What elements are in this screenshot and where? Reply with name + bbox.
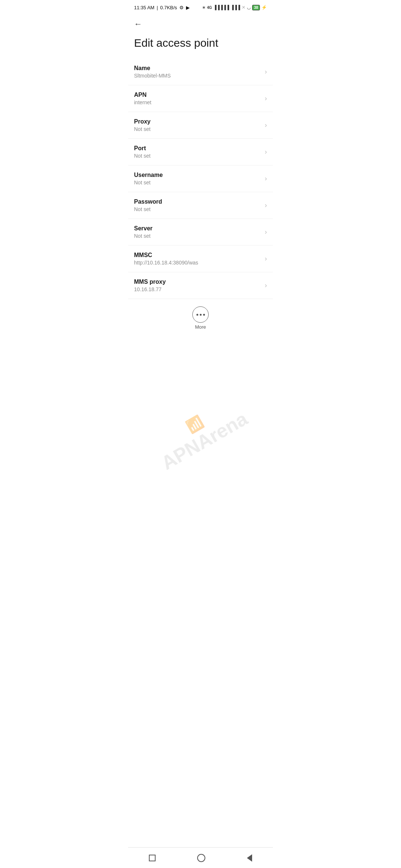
settings-item-label: Server bbox=[134, 225, 262, 232]
settings-item-value: Not set bbox=[134, 233, 262, 239]
bluetooth-icon: ∗ bbox=[202, 5, 206, 10]
settings-item-name[interactable]: Name Sltmobitel-MMS › bbox=[128, 59, 273, 85]
chevron-right-icon: › bbox=[265, 201, 267, 209]
settings-item-username[interactable]: Username Not set › bbox=[128, 165, 273, 192]
signal-4g-icon: 4G bbox=[207, 6, 212, 10]
settings-item-apn[interactable]: APN internet › bbox=[128, 85, 273, 112]
settings-item-content: MMSC http://10.16.18.4:38090/was bbox=[134, 252, 262, 266]
settings-item-value: Not set bbox=[134, 126, 262, 132]
settings-item-content: MMS proxy 10.16.18.77 bbox=[134, 279, 262, 292]
chevron-right-icon: › bbox=[265, 121, 267, 129]
dot-2 bbox=[200, 314, 202, 316]
signal-bars2-icon: ▐▐▐ bbox=[231, 5, 240, 10]
chevron-right-icon: › bbox=[265, 228, 267, 236]
battery-indicator: 38 bbox=[252, 5, 260, 10]
settings-item-content: Port Not set bbox=[134, 145, 262, 159]
settings-item-label: MMSC bbox=[134, 252, 262, 259]
more-circle-icon bbox=[192, 306, 209, 323]
settings-item-value: 10.16.18.77 bbox=[134, 286, 262, 292]
settings-list: Name Sltmobitel-MMS › APN internet › Pro… bbox=[128, 59, 273, 299]
settings-item-label: APN bbox=[134, 92, 262, 98]
settings-item-content: Name Sltmobitel-MMS bbox=[134, 65, 262, 79]
video-icon: ▶ bbox=[186, 5, 190, 10]
settings-item-value: Not set bbox=[134, 180, 262, 185]
battery-level: 38 bbox=[254, 6, 258, 10]
settings-item-label: Password bbox=[134, 198, 262, 205]
settings-item-value: Not set bbox=[134, 206, 262, 212]
settings-item-content: Server Not set bbox=[134, 225, 262, 239]
settings-item-password[interactable]: Password Not set › bbox=[128, 192, 273, 219]
settings-item-mms-proxy[interactable]: MMS proxy 10.16.18.77 › bbox=[128, 272, 273, 299]
settings-icon: ⚙ bbox=[179, 5, 184, 10]
settings-item-port[interactable]: Port Not set › bbox=[128, 139, 273, 165]
settings-item-content: Password Not set bbox=[134, 198, 262, 212]
time: 11:35 AM bbox=[134, 5, 154, 10]
dot-1 bbox=[196, 314, 198, 316]
settings-item-mmsc[interactable]: MMSC http://10.16.18.4:38090/was › bbox=[128, 246, 273, 272]
settings-item-label: Username bbox=[134, 172, 262, 178]
settings-item-value: http://10.16.18.4:38090/was bbox=[134, 260, 262, 266]
signal-x-icon: ✕ bbox=[242, 5, 245, 10]
page-title: Edit access point bbox=[128, 33, 273, 59]
settings-item-label: MMS proxy bbox=[134, 279, 262, 285]
chevron-right-icon: › bbox=[265, 148, 267, 156]
back-arrow-icon: ← bbox=[134, 19, 142, 29]
dot-3 bbox=[203, 314, 205, 316]
more-button[interactable]: More bbox=[128, 299, 273, 337]
status-bar: 11:35 AM | 0.7KB/s ⚙ ▶ ∗ 4G ▐▐▐▐▐ ▐▐▐ ✕ … bbox=[128, 0, 273, 13]
chevron-right-icon: › bbox=[265, 68, 267, 76]
settings-item-content: APN internet bbox=[134, 92, 262, 105]
separator: | bbox=[157, 5, 158, 10]
settings-item-value: Not set bbox=[134, 153, 262, 159]
settings-item-label: Name bbox=[134, 65, 262, 72]
settings-item-value: internet bbox=[134, 99, 262, 105]
settings-item-server[interactable]: Server Not set › bbox=[128, 219, 273, 246]
chevron-right-icon: › bbox=[265, 95, 267, 102]
status-right: ∗ 4G ▐▐▐▐▐ ▐▐▐ ✕ ◡ 38 ⚡ bbox=[202, 5, 267, 10]
back-button[interactable]: ← bbox=[134, 18, 145, 30]
settings-item-proxy[interactable]: Proxy Not set › bbox=[128, 112, 273, 139]
status-left: 11:35 AM | 0.7KB/s ⚙ ▶ bbox=[134, 5, 190, 10]
chevron-right-icon: › bbox=[265, 282, 267, 289]
chevron-right-icon: › bbox=[265, 175, 267, 183]
charging-icon: ⚡ bbox=[261, 5, 267, 10]
chevron-right-icon: › bbox=[265, 255, 267, 263]
settings-item-content: Proxy Not set bbox=[134, 118, 262, 132]
settings-item-label: Proxy bbox=[134, 118, 262, 125]
settings-item-label: Port bbox=[134, 145, 262, 152]
settings-item-content: Username Not set bbox=[134, 172, 262, 185]
more-label: More bbox=[195, 324, 206, 330]
speed: 0.7KB/s bbox=[160, 5, 177, 10]
content-area: Name Sltmobitel-MMS › APN internet › Pro… bbox=[128, 59, 273, 367]
settings-item-value: Sltmobitel-MMS bbox=[134, 73, 262, 79]
wifi-icon: ◡ bbox=[247, 5, 251, 10]
header: ← bbox=[128, 13, 273, 33]
signal-bars-icon: ▐▐▐▐▐ bbox=[213, 5, 229, 10]
